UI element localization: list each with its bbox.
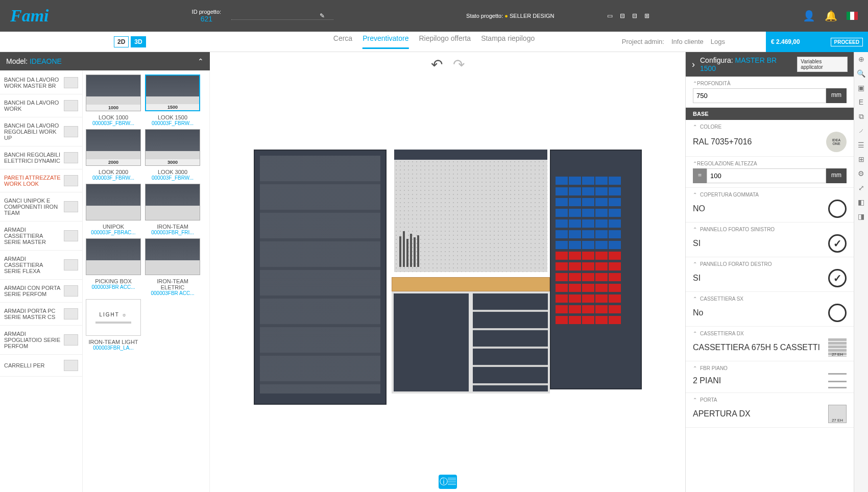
product-card[interactable]: IRON-TEAM000003FBR_FRI... — [145, 184, 200, 235]
tool-measure-icon[interactable]: ⟋ — [857, 127, 866, 136]
category-item[interactable]: ARMADI SPOGLIATOIO SERIE PERFOM — [0, 326, 82, 355]
user-icon[interactable]: 👤 — [803, 10, 815, 22]
category-label: PARETI ATTREZZATE WORK LOOK — [4, 175, 61, 187]
category-item[interactable]: ARMADI CASSETTIERA SERIE FLEXA — [0, 251, 82, 280]
info-cliente-link[interactable]: Info cliente — [671, 38, 704, 45]
variables-applicator-button[interactable]: Variables applicator — [797, 57, 848, 72]
field-porta[interactable]: PORTA APERTURA DX 27 EH — [686, 393, 854, 428]
category-item[interactable]: PARETI ATTREZZATE WORK LOOK — [0, 169, 82, 192]
model-header[interactable]: Model: IDEAONE ⌃ — [0, 52, 210, 70]
project-status: Stato progetto: ● SELLER DESIGN — [466, 13, 554, 19]
category-item[interactable]: ARMADI PORTA PC SERIE MASTER CS — [0, 303, 82, 326]
tab-preventivatore[interactable]: Preventivatore — [363, 34, 408, 49]
tab-stampa-riepilogo[interactable]: Stampa riepilogo — [481, 34, 535, 49]
field-fbr-piano[interactable]: FBR PIANO 2 PIANI — [686, 361, 854, 393]
product-card[interactable]: LIGHT ☼IRON-TEAM LIGHT000003FBR_LA... — [86, 299, 141, 351]
fbr-piano-value: 2 PIANI — [693, 376, 721, 385]
model-name: IDEAONE — [30, 57, 62, 65]
category-item[interactable]: BANCHI DA LAVORO WORK MASTER BR — [0, 71, 82, 94]
product-grid: 1000LOOK 1000000003F_FBRW...1500LOOK 150… — [83, 52, 210, 492]
field-profondita: PROFONDITÀ mm — [686, 77, 854, 108]
field-pannello-sx[interactable]: PANNELLO FORATO SINISTRO SI — [686, 223, 854, 257]
undo-icon[interactable]: ↶ — [431, 56, 443, 73]
tool-target-icon[interactable]: ⊕ — [857, 55, 866, 64]
field-copertura[interactable]: COPERTURA GOMMATA NO — [686, 188, 854, 223]
view-2d-button[interactable]: 2D — [114, 36, 129, 47]
product-card[interactable]: PICKING BOX000003FBR ACC... — [86, 238, 141, 296]
category-item[interactable]: GANCI UNIPOK E COMPONENTI IRON TEAM — [0, 192, 82, 222]
info-panel-icon[interactable]: ⓘ▤ — [439, 475, 457, 489]
regolazione-input[interactable] — [707, 168, 826, 183]
product-thumb: 1500 — [145, 75, 200, 111]
field-cassettiera-dx[interactable]: CASSETTIERA DX CASSETTIERA 675H 5 CASSET… — [686, 327, 854, 361]
category-item[interactable]: ARMADI CON PORTA SERIE PERFOM — [0, 280, 82, 303]
category-label: GANCI UNIPOK E COMPONENTI IRON TEAM — [4, 198, 61, 216]
product-card[interactable]: 1000LOOK 1000000003F_FBRW... — [86, 75, 141, 126]
bell-icon[interactable]: 🔔 — [825, 10, 837, 22]
category-thumb-icon — [64, 100, 78, 111]
category-item[interactable]: ARMADI CASSETTIERA SERIE MASTER — [0, 222, 82, 251]
layout-4-icon[interactable]: ⊞ — [644, 12, 649, 19]
tool-grid-icon[interactable]: ⊞ — [857, 155, 866, 164]
porta-label: PORTA — [693, 397, 847, 403]
project-name-field[interactable]: ✎ — [231, 12, 333, 20]
project-name-input[interactable] — [231, 12, 318, 19]
door-badge-icon: 27 EH — [828, 405, 847, 423]
product-name: IRON-TEAM LIGHT — [86, 339, 141, 345]
cabinet-left — [254, 150, 387, 405]
fbr-piano-label: FBR PIANO — [693, 365, 847, 371]
field-colore[interactable]: COLORE RAL 7035+7016 IDEAONE — [686, 120, 854, 157]
tool-text-icon[interactable]: E — [857, 98, 866, 107]
category-sidebar: BANCHI DA LAVORO WORK MASTER BRBANCHI DA… — [0, 52, 83, 492]
layout-3-icon[interactable]: ⊟ — [632, 12, 637, 19]
edit-icon[interactable]: ✎ — [320, 12, 325, 19]
view-3d-button[interactable]: 3D — [131, 36, 146, 47]
category-label: ARMADI SPOGLIATOIO SERIE PERFOM — [4, 331, 61, 349]
equals-icon[interactable]: = — [693, 168, 707, 183]
layout-2-icon[interactable]: ⊟ — [620, 12, 625, 19]
category-thumb-icon — [64, 360, 78, 371]
logs-link[interactable]: Logs — [711, 38, 725, 45]
pannello-dx-value: SI — [693, 274, 701, 283]
tool-settings-icon[interactable]: ⚙ — [857, 169, 866, 179]
category-item[interactable]: CARRELLI PER — [0, 355, 82, 377]
proceed-button[interactable]: PROCEED — [831, 38, 863, 46]
flag-italy-icon[interactable] — [847, 12, 858, 20]
tool-extra1-icon[interactable]: ◧ — [857, 198, 866, 207]
tool-image-icon[interactable]: ▣ — [857, 84, 866, 93]
tool-extra2-icon[interactable]: ◨ — [857, 212, 866, 222]
tool-copy-icon[interactable]: ⧉ — [857, 112, 866, 121]
chevron-up-icon[interactable]: ⌃ — [198, 57, 204, 65]
field-pannello-dx[interactable]: PANNELLO FORATO DESTRO SI — [686, 257, 854, 292]
chevron-right-icon[interactable]: › — [692, 59, 695, 70]
price-box: € 2.469,00 PROCEED — [766, 32, 868, 52]
product-card[interactable]: 2000LOOK 2000000003F_FBRW... — [86, 129, 141, 181]
layout-1-icon[interactable]: ▭ — [607, 12, 613, 19]
product-code: 000003FBR ACC... — [145, 290, 200, 296]
pegboard — [394, 160, 547, 272]
copertura-label: COPERTURA GOMMATA — [693, 192, 847, 198]
profondita-input[interactable] — [693, 88, 826, 103]
product-card[interactable]: IRON-TEAM ELETRIC000003FBR ACC... — [145, 238, 200, 296]
category-label: BANCHI DA LAVORO WORK — [4, 100, 61, 112]
product-card[interactable]: 3000LOOK 3000000003F_FBRW... — [145, 129, 200, 181]
copertura-value: NO — [693, 204, 705, 213]
tab-riepilogo-offerta[interactable]: Riepilogo offerta — [419, 34, 471, 49]
category-item[interactable]: BANCHI REGOLABILI ELETTRICI DYNAMIC — [0, 146, 82, 169]
redo-icon[interactable]: ↷ — [453, 56, 465, 73]
category-item[interactable]: BANCHI DA LAVORO REGOLABILI WORK UP — [0, 117, 82, 146]
tool-search-icon[interactable]: 🔍 — [857, 69, 866, 79]
product-thumb — [86, 184, 141, 220]
tool-layers-icon[interactable]: ☰ — [857, 141, 866, 150]
product-code: 000003F_FBRW... — [145, 175, 200, 181]
product-code: 000003F_FBRW... — [86, 120, 141, 126]
tool-zoom-icon[interactable]: ⤢ — [857, 184, 866, 193]
product-card[interactable]: 1500LOOK 1500000003F_FBRW... — [145, 75, 200, 126]
product-card[interactable]: UNIPOK000003F_FBRAC... — [86, 184, 141, 235]
field-cassettiera-sx[interactable]: CASSETTIERA SX No — [686, 292, 854, 327]
category-item[interactable]: BANCHI DA LAVORO WORK — [0, 94, 82, 117]
cassettiera-sx-label: CASSETTIERA SX — [693, 296, 847, 302]
viewport-3d[interactable]: ↶ ↷ — [210, 52, 685, 492]
product-code: 000003F_FBRW... — [86, 175, 141, 181]
tab-cerca[interactable]: Cerca — [333, 34, 352, 49]
